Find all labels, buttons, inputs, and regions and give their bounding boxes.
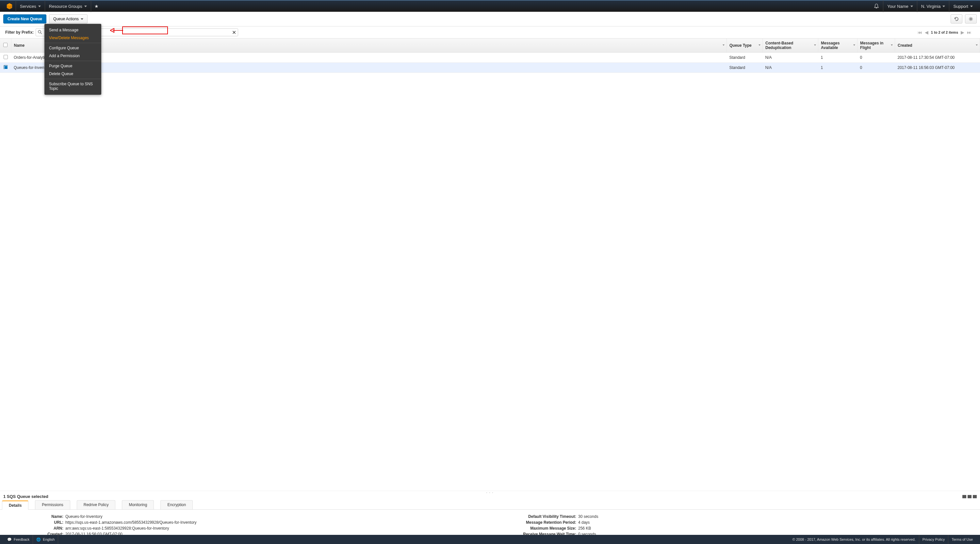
detail-url-label: URL:	[6, 520, 65, 525]
detail-maxsize-value: 256 KB	[578, 526, 974, 531]
refresh-button[interactable]	[951, 14, 963, 24]
globe-icon: 🌐	[36, 538, 41, 542]
chevron-down-icon	[81, 18, 83, 20]
table-row[interactable]: Orders-for-AnalyticsStandardN/A102017-08…	[0, 52, 980, 63]
speech-bubble-icon: 💬	[7, 538, 12, 542]
filter-row: Filter by Prefix: ✕ ⏮ ◀ 1 to 2 of 2 item…	[0, 27, 980, 38]
tab-redrive[interactable]: Redrive Policy	[77, 500, 116, 509]
cell-type: Standard	[727, 52, 763, 63]
cell-created: 2017-08-11 17:30:54 GMT-07:00	[895, 52, 980, 63]
account-menu[interactable]: Your Name	[883, 0, 917, 12]
dropdown-item[interactable]: Add a Permission	[45, 52, 101, 60]
gear-icon	[969, 17, 973, 21]
copyright-text: © 2008 - 2017, Amazon Web Services, Inc.…	[792, 538, 919, 541]
region-menu[interactable]: N. Virginia	[917, 0, 949, 12]
header-type[interactable]: Queue Type	[727, 38, 763, 52]
cell-name: Queues-for-Inventory	[11, 63, 727, 73]
settings-button[interactable]	[965, 14, 977, 24]
refresh-icon	[954, 17, 959, 21]
tab-details[interactable]: Details	[2, 501, 29, 510]
services-menu[interactable]: Services	[16, 0, 45, 12]
header-avail[interactable]: Messages Available	[818, 38, 858, 52]
selected-count: 1 SQS Queue selected	[3, 494, 48, 499]
page-prev-icon[interactable]: ◀	[925, 30, 928, 35]
privacy-link[interactable]: Privacy Policy	[919, 535, 948, 544]
support-menu[interactable]: Support	[949, 0, 977, 12]
queue-actions-dropdown: Send a MessageView/Delete MessagesConfig…	[45, 24, 101, 95]
toolbar: Create New Queue Queue Actions	[0, 12, 980, 27]
resource-groups-menu[interactable]: Resource Groups	[45, 0, 91, 12]
header-name[interactable]: Name	[11, 38, 727, 52]
table-row[interactable]: Queues-for-InventoryStandardN/A102017-08…	[0, 63, 980, 73]
chevron-down-icon	[910, 6, 913, 7]
dropdown-item[interactable]: Subscribe Queue to SNS Topic	[45, 80, 101, 92]
svg-line-5	[40, 33, 42, 34]
header-checkbox[interactable]	[0, 38, 11, 52]
chevron-down-icon	[970, 6, 973, 7]
chevron-down-icon	[942, 6, 945, 7]
dropdown-item[interactable]: Configure Queue	[45, 44, 101, 52]
top-nav: Services Resource Groups ★ Your Name N. …	[0, 0, 980, 12]
header-dedup[interactable]: Content-Based Deduplication	[763, 38, 818, 52]
header-created[interactable]: Created	[895, 38, 980, 52]
page-text: 1 to 2 of 2 items	[931, 30, 958, 34]
tab-monitoring[interactable]: Monitoring	[122, 500, 154, 509]
cell-avail: 1	[818, 52, 858, 63]
queue-actions-label: Queue Actions	[53, 17, 79, 21]
support-label: Support	[953, 4, 968, 9]
pager: ⏮ ◀ 1 to 2 of 2 items ▶ ⏭	[918, 30, 975, 35]
page-first-icon[interactable]: ⏮	[918, 30, 922, 35]
pin-icon[interactable]: ★	[91, 3, 102, 9]
row-checkbox[interactable]	[3, 65, 8, 69]
account-label: Your Name	[887, 4, 908, 9]
detail-vistimeout-value: 30 seconds	[578, 514, 974, 519]
cell-avail: 1	[818, 63, 858, 73]
svg-point-4	[38, 30, 41, 33]
detail-maxsize-label: Maximum Message Size:	[490, 526, 578, 531]
terms-link[interactable]: Terms of Use	[948, 535, 976, 544]
cell-type: Standard	[727, 63, 763, 73]
dropdown-item[interactable]: View/Delete Messages	[45, 34, 101, 42]
tab-encryption[interactable]: Encryption	[161, 500, 193, 509]
dropdown-item[interactable]: Purge Queue	[45, 62, 101, 70]
detail-url-value: https://sqs.us-east-1.amazonaws.com/5855…	[65, 520, 490, 525]
detail-retention-value: 4 days	[578, 520, 974, 525]
services-label: Services	[20, 4, 36, 9]
tab-permissions[interactable]: Permissions	[35, 500, 70, 509]
page-next-icon[interactable]: ▶	[961, 30, 964, 35]
queue-actions-button[interactable]: Queue Actions	[49, 14, 88, 24]
cell-dedup: N/A	[763, 63, 818, 73]
detail-retention-label: Message Retention Period:	[490, 520, 578, 525]
cell-dedup: N/A	[763, 52, 818, 63]
detail-name-label: Name:	[6, 514, 65, 519]
notifications-icon[interactable]	[870, 3, 883, 9]
search-icon	[38, 30, 42, 34]
header-flight[interactable]: Messages in Flight	[858, 38, 895, 52]
detail-arn-value: arn:aws:sqs:us-east-1:585534329928:Queue…	[65, 526, 490, 531]
cell-flight: 0	[858, 52, 895, 63]
dropdown-item[interactable]: Delete Queue	[45, 70, 101, 78]
clear-filter-icon[interactable]: ✕	[232, 29, 236, 36]
language-label: English	[43, 538, 54, 541]
chevron-down-icon	[84, 6, 87, 7]
filter-label: Filter by Prefix:	[5, 30, 33, 35]
chevron-down-icon	[38, 6, 41, 7]
view-mode-1-icon[interactable]	[963, 495, 966, 498]
cell-created: 2017-08-11 16:56:03 GMT-07:00	[895, 63, 980, 73]
detail-arn-label: ARN:	[6, 526, 65, 531]
page-last-icon[interactable]: ⏭	[967, 30, 972, 35]
details-tabs: Details Permissions Redrive Policy Monit…	[0, 500, 980, 510]
view-mode-2-icon[interactable]	[967, 495, 972, 498]
feedback-label: Feedback	[14, 538, 29, 541]
detail-vistimeout-label: Default Visibility Timeout:	[490, 514, 578, 519]
row-checkbox[interactable]	[3, 55, 8, 59]
cell-flight: 0	[858, 63, 895, 73]
aws-logo-icon[interactable]	[6, 3, 13, 10]
feedback-link[interactable]: 💬 Feedback	[4, 535, 33, 544]
create-queue-button[interactable]: Create New Queue	[3, 14, 46, 24]
view-mode-3-icon[interactable]	[973, 495, 977, 498]
svg-point-3	[970, 18, 972, 20]
language-menu[interactable]: 🌐 English	[33, 535, 58, 544]
footer: 💬 Feedback 🌐 English © 2008 - 2017, Amaz…	[0, 535, 980, 544]
dropdown-item[interactable]: Send a Message	[45, 26, 101, 34]
